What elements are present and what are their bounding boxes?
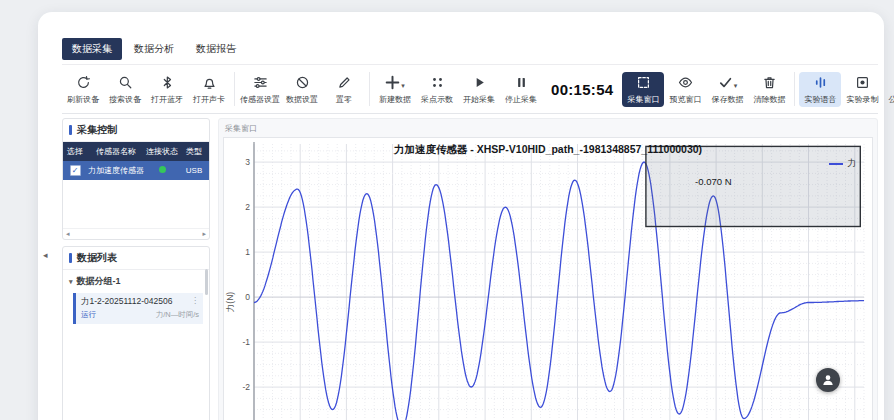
panel-accent-bar — [69, 125, 72, 135]
toolbar-separator — [369, 72, 370, 106]
data-list-title: 数据列表 — [77, 251, 117, 265]
data-list-panel: 数据列表 ▾数据分组-1力1-2-20251112-042506⋮运行力/N—时… — [62, 246, 210, 420]
search-device-button[interactable]: 搜索设备 — [104, 72, 146, 107]
open-bluetooth-label: 打开蓝牙 — [151, 94, 183, 105]
group-expand-icon[interactable]: ▾ — [69, 278, 73, 286]
tab-analysis[interactable]: 数据分析 — [124, 38, 184, 60]
trash-icon — [762, 74, 777, 92]
sensor-table: 选择传感器名称连接状态类型✓力加速度传感器USB — [63, 142, 209, 180]
data-item-state: 运行 — [81, 310, 96, 320]
record-icon — [855, 74, 870, 92]
clear-data-button[interactable]: 清除数据 — [748, 72, 790, 107]
clear-data-label: 清除数据 — [753, 94, 785, 105]
dashed-square-icon — [636, 74, 651, 92]
collect-window-label: 采集窗口 — [627, 94, 659, 105]
preview-window-button[interactable]: 预览窗口 — [664, 72, 706, 107]
data-settings-button[interactable]: 数据设置 — [281, 72, 323, 107]
window-content: 数据采集数据分析数据报告 刷新设备搜索设备打开蓝牙打开声卡传感器设置数据设置置零… — [62, 12, 878, 420]
waveform-chart[interactable]: 3210-1-2-0.070 N — [224, 138, 872, 420]
start-collect-label: 开始采集 — [463, 94, 495, 105]
scroll-right-icon[interactable]: ▸ — [202, 230, 206, 238]
item-menu-icon[interactable]: ⋮ — [191, 296, 199, 308]
collect-timer: 00:15:54 — [551, 81, 613, 98]
collect-window-button[interactable]: 采集窗口 — [622, 72, 664, 107]
sensor-col-header: 类型 — [179, 142, 209, 161]
app-window: ◂ 数据采集数据分析数据报告 刷新设备搜索设备打开蓝牙打开声卡传感器设置数据设置… — [38, 12, 884, 420]
data-item-subline: 运行力/N—时间/s — [81, 310, 199, 320]
audio-icon — [813, 74, 828, 92]
svg-text:0: 0 — [245, 292, 250, 302]
toolbar-separator — [234, 72, 235, 106]
sensor-col-header: 选择 — [63, 142, 87, 161]
search-device-label: 搜索设备 — [109, 94, 141, 105]
sidebar-collapse-icon[interactable]: ◂ — [43, 250, 48, 260]
legend-label: 力 — [847, 157, 856, 170]
sidebar: 采集控制 选择传感器名称连接状态类型✓力加速度传感器USB ◂ ▸ 数据列表 ▾… — [62, 118, 210, 420]
user-float-button[interactable] — [816, 368, 840, 392]
svg-text:-1: -1 — [242, 337, 250, 347]
sensor-col-header: 连接状态 — [145, 142, 179, 161]
selection-value-label: -0.070 N — [695, 176, 732, 187]
sample-points-label: 采点示数 — [421, 94, 453, 105]
experiment-record-label: 实验录制 — [846, 94, 878, 105]
experiment-audio-button[interactable]: 实验语音 — [799, 72, 841, 107]
toolbar: 刷新设备搜索设备打开蓝牙打开声卡传感器设置数据设置置零▾新建数据采点示数开始采集… — [62, 64, 878, 114]
svg-text:3: 3 — [245, 157, 250, 167]
refresh-device-button[interactable]: 刷新设备 — [62, 72, 104, 107]
collect-window-label: 采集窗口 — [223, 121, 873, 137]
data-list-scrollbar[interactable] — [205, 269, 208, 295]
tab-collect[interactable]: 数据采集 — [62, 38, 122, 60]
data-settings-label: 数据设置 — [286, 94, 318, 105]
new-data-button[interactable]: ▾新建数据 — [374, 72, 416, 107]
status-dot — [159, 166, 166, 173]
svg-text:2: 2 — [245, 202, 250, 212]
preview-window-label: 预览窗口 — [669, 94, 701, 105]
open-bluetooth-button[interactable]: 打开蓝牙 — [146, 72, 188, 107]
person-icon — [821, 373, 835, 387]
sensor-row[interactable]: ✓力加速度传感器USB — [63, 161, 209, 180]
refresh-device-label: 刷新设备 — [67, 94, 99, 105]
scroll-left-icon[interactable]: ◂ — [66, 230, 70, 238]
chart-card[interactable]: 力加速度传感器 - XHSP-V10HID_path_-1981348857_1… — [223, 137, 873, 420]
body-row: 采集控制 选择传感器名称连接状态类型✓力加速度传感器USB ◂ ▸ 数据列表 ▾… — [62, 118, 878, 420]
y-axis-label: 力(N) — [225, 292, 237, 312]
open-sound-label: 打开声卡 — [193, 94, 225, 105]
formula-calc-button[interactable]: 公式计算 — [883, 72, 894, 107]
stop-collect-button[interactable]: 停止采集 — [500, 72, 542, 107]
data-group-row[interactable]: ▾数据分组-1 — [63, 270, 209, 291]
collect-control-header: 采集控制 — [63, 119, 209, 142]
set-zero-button[interactable]: 置零 — [323, 72, 365, 107]
pencil-icon — [337, 74, 352, 92]
experiment-audio-label: 实验语音 — [804, 94, 836, 105]
sample-points-button[interactable]: 采点示数 — [416, 72, 458, 107]
data-group-list: ▾数据分组-1力1-2-20251112-042506⋮运行力/N—时间/s — [63, 270, 209, 324]
ban-icon — [295, 74, 310, 92]
save-data-label: 保存数据 — [711, 94, 743, 105]
sensor-table-hscroll[interactable]: ◂ ▸ — [63, 228, 209, 239]
data-group-label: 数据分组-1 — [77, 275, 121, 288]
toolbar-separator — [794, 72, 795, 106]
svg-text:-2: -2 — [242, 382, 250, 392]
eye-icon — [678, 74, 693, 92]
save-data-button[interactable]: ▾保存数据 — [706, 72, 748, 107]
bluetooth-icon — [160, 74, 175, 92]
pause-icon — [514, 74, 529, 92]
dots-icon — [430, 74, 445, 92]
experiment-record-button[interactable]: 实验录制 — [841, 72, 883, 107]
tab-report[interactable]: 数据报告 — [186, 38, 246, 60]
data-list-item[interactable]: 力1-2-20251112-042506⋮运行力/N—时间/s — [73, 293, 203, 324]
play-icon — [472, 74, 487, 92]
open-sound-button[interactable]: 打开声卡 — [188, 72, 230, 107]
collect-control-panel: 采集控制 选择传感器名称连接状态类型✓力加速度传感器USB ◂ ▸ — [62, 118, 210, 240]
stop-collect-label: 停止采集 — [505, 94, 537, 105]
collect-control-title: 采集控制 — [77, 123, 117, 137]
chart-title: 力加速度传感器 - XHSP-V10HID_path_-1981348857_1… — [224, 143, 872, 157]
refresh-icon — [76, 74, 91, 92]
new-data-label: 新建数据 — [379, 94, 411, 105]
check-icon: ▾ — [718, 74, 738, 92]
panel-accent-bar — [69, 253, 72, 263]
legend-line-icon — [829, 163, 843, 165]
sensor-checkbox[interactable]: ✓ — [70, 165, 81, 176]
start-collect-button[interactable]: 开始采集 — [458, 72, 500, 107]
sensor-settings-button[interactable]: 传感器设置 — [239, 72, 281, 107]
